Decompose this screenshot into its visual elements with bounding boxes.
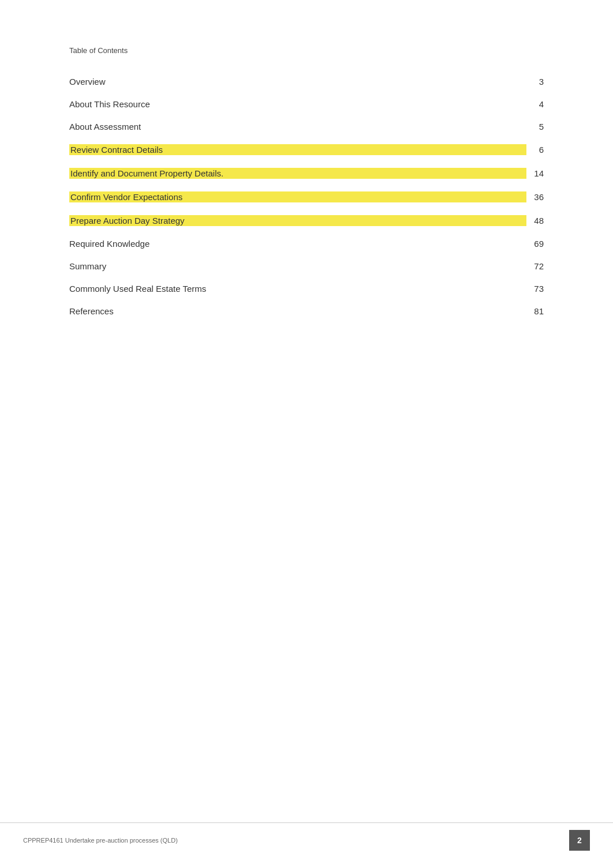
toc-label-commonly-used-real-estate-terms: Commonly Used Real Estate Terms: [69, 284, 526, 294]
toc-page-identify-document-property: 14: [526, 168, 544, 178]
toc-row-references[interactable]: References81: [69, 300, 544, 322]
toc-page-required-knowledge: 69: [526, 239, 544, 249]
toc-page-references: 81: [526, 306, 544, 316]
toc-label-references: References: [69, 306, 526, 316]
toc-row-summary[interactable]: Summary72: [69, 255, 544, 277]
toc-page-overview: 3: [526, 77, 544, 87]
toc-page-prepare-auction-day-strategy: 48: [526, 216, 544, 226]
toc-page-commonly-used-real-estate-terms: 73: [526, 284, 544, 294]
toc-label-review-contract-details: Review Contract Details: [69, 144, 526, 155]
toc-heading: Table of Contents: [69, 46, 544, 55]
toc-label-about-this-resource: About This Resource: [69, 99, 526, 109]
toc-row-about-this-resource[interactable]: About This Resource4: [69, 93, 544, 115]
toc-row-review-contract-details[interactable]: Review Contract Details6: [69, 138, 544, 161]
toc-page-review-contract-details: 6: [526, 145, 544, 155]
toc-label-required-knowledge: Required Knowledge: [69, 239, 526, 249]
toc-page-summary: 72: [526, 261, 544, 271]
toc-row-about-assessment[interactable]: About Assessment5: [69, 116, 544, 137]
toc-row-confirm-vendor-expectations[interactable]: Confirm Vendor Expectations36: [69, 186, 544, 208]
toc-row-identify-document-property[interactable]: Identify and Document Property Details.1…: [69, 162, 544, 185]
toc-label-summary: Summary: [69, 261, 526, 271]
toc-page-about-this-resource: 4: [526, 99, 544, 109]
toc-label-about-assessment: About Assessment: [69, 122, 526, 131]
toc-page-confirm-vendor-expectations: 36: [526, 192, 544, 202]
toc-row-commonly-used-real-estate-terms[interactable]: Commonly Used Real Estate Terms73: [69, 278, 544, 299]
toc-label-overview: Overview: [69, 77, 526, 87]
toc-row-prepare-auction-day-strategy[interactable]: Prepare Auction Day Strategy48: [69, 209, 544, 232]
footer-page-number: 2: [569, 830, 590, 851]
footer-text: CPPREP4161 Undertake pre-auction process…: [23, 837, 178, 844]
toc-label-identify-document-property: Identify and Document Property Details.: [69, 168, 526, 179]
page-container: Table of Contents Overview3About This Re…: [0, 0, 613, 868]
toc-row-overview[interactable]: Overview3: [69, 71, 544, 92]
toc-row-required-knowledge[interactable]: Required Knowledge69: [69, 233, 544, 254]
toc-label-confirm-vendor-expectations: Confirm Vendor Expectations: [69, 191, 526, 202]
footer: CPPREP4161 Undertake pre-auction process…: [0, 822, 613, 851]
toc-label-prepare-auction-day-strategy: Prepare Auction Day Strategy: [69, 215, 526, 226]
toc-page-about-assessment: 5: [526, 122, 544, 131]
toc-list: Overview3About This Resource4About Asses…: [69, 71, 544, 322]
